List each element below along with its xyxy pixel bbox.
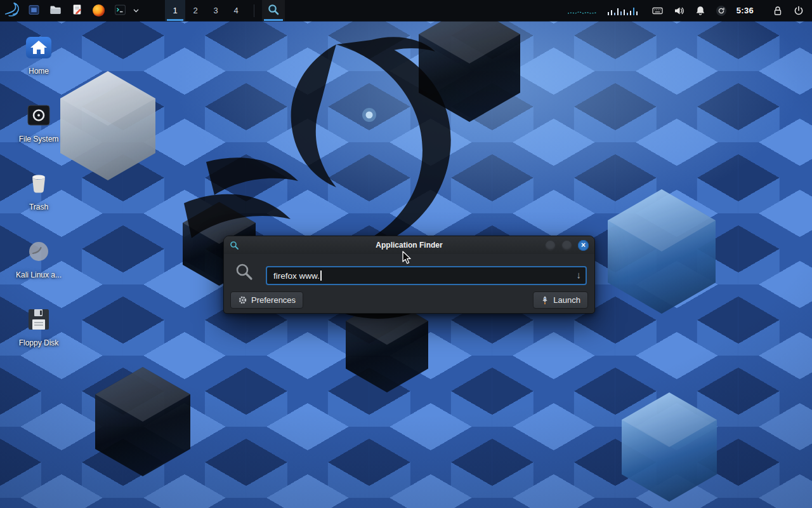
desktop-icon-column: Home File System Trash	[11, 33, 66, 373]
text-caret	[320, 271, 322, 281]
keyboard-layout-icon[interactable]	[652, 5, 664, 17]
launch-button[interactable]: Launch	[533, 291, 588, 309]
gear-icon	[238, 295, 247, 305]
window-icon	[28, 4, 40, 17]
desktop-icon-label: Home	[29, 67, 49, 76]
floppy-disk-icon	[24, 305, 53, 334]
system-monitor-graph-icon[interactable]	[568, 5, 597, 17]
application-finder-window-icon	[230, 241, 239, 250]
desktop-icon-floppy-disk[interactable]: Floppy Disk	[11, 305, 66, 373]
preferences-button[interactable]: Preferences	[230, 291, 303, 309]
lock-screen-icon[interactable]	[772, 5, 783, 17]
search-input[interactable]: firefox www. ↓	[266, 266, 587, 285]
panel-right-group: 5:36	[568, 0, 812, 21]
desktop-icon-label: Trash	[29, 203, 48, 211]
workspace-button-3[interactable]: 3	[206, 0, 226, 21]
preferences-label: Preferences	[251, 295, 296, 305]
panel-left-group: 1 2 3 4	[0, 0, 285, 21]
top-panel: 1 2 3 4	[0, 0, 812, 21]
notifications-bell-icon[interactable]	[695, 5, 706, 17]
clock[interactable]: 5:36	[737, 6, 754, 15]
wallpaper-glass-cube	[60, 71, 155, 180]
updates-sync-icon[interactable]	[716, 5, 727, 17]
power-icon[interactable]	[793, 5, 804, 17]
window-title: Application Finder	[224, 241, 594, 250]
network-monitor-graph-icon[interactable]	[606, 5, 642, 17]
folder-icon	[49, 4, 62, 17]
workspace-button-1[interactable]: 1	[165, 0, 185, 21]
terminal-dropdown-chevron[interactable]	[132, 0, 140, 21]
desktop-screen: 1 2 3 4	[0, 0, 812, 508]
kali-menu-button[interactable]	[3, 0, 22, 21]
kali-docs-icon	[24, 237, 53, 266]
desktop-icon-label: Kali Linux a...	[16, 271, 62, 279]
workspace-switcher: 1 2 3 4	[165, 0, 246, 21]
workspace-label: 1	[173, 6, 177, 15]
terminal-launcher[interactable]	[110, 0, 129, 21]
workspace-button-4[interactable]: 4	[226, 0, 246, 21]
home-folder-icon	[24, 33, 53, 62]
wallpaper-glass-cube	[608, 189, 716, 314]
window-manager-launcher[interactable]	[24, 0, 43, 21]
desktop-icon-label: File System	[19, 135, 59, 144]
workspace-label: 3	[213, 6, 218, 15]
desktop-icon-label: Floppy Disk	[19, 338, 59, 347]
kali-logo-icon	[4, 1, 20, 20]
trash-icon	[24, 169, 53, 198]
titlebar[interactable]: Application Finder ×	[224, 236, 594, 254]
desktop-icon-home[interactable]: Home	[11, 33, 66, 101]
taskbar-application-finder[interactable]	[262, 0, 285, 21]
window-controls: ×	[545, 240, 594, 251]
wallpaper-black-cube	[95, 367, 190, 476]
text-editor-launcher[interactable]	[67, 0, 86, 21]
file-system-drive-icon	[24, 101, 53, 130]
entry-dropdown-icon[interactable]: ↓	[577, 270, 582, 279]
desktop-icon-trash[interactable]: Trash	[11, 169, 66, 237]
application-finder-body: firefox www. ↓ Preferences	[224, 254, 594, 313]
volume-icon[interactable]	[673, 5, 685, 17]
file-manager-launcher[interactable]	[46, 0, 65, 21]
application-finder-task-icon	[267, 3, 280, 18]
close-button[interactable]: ×	[578, 240, 589, 251]
workspace-label: 4	[233, 6, 238, 15]
terminal-icon	[114, 4, 126, 17]
text-editor-icon	[72, 4, 82, 17]
workspace-label: 2	[193, 6, 197, 15]
firefox-launcher[interactable]	[89, 0, 108, 21]
minimize-button[interactable]	[545, 240, 556, 251]
wallpaper-glass-cube	[622, 392, 717, 502]
launch-label: Launch	[553, 295, 580, 305]
launch-rocket-icon	[540, 295, 549, 305]
search-icon	[235, 262, 254, 284]
workspace-button-2[interactable]: 2	[185, 0, 206, 21]
desktop-icon-kali-linux[interactable]: Kali Linux a...	[11, 237, 66, 305]
application-finder-window: Application Finder × firefox www. ↓	[223, 236, 595, 314]
desktop-icon-file-system[interactable]: File System	[11, 101, 66, 169]
firefox-icon	[93, 4, 105, 17]
panel-separator	[254, 4, 254, 17]
maximize-button[interactable]	[561, 240, 572, 251]
search-input-value: firefox www.	[273, 271, 320, 281]
